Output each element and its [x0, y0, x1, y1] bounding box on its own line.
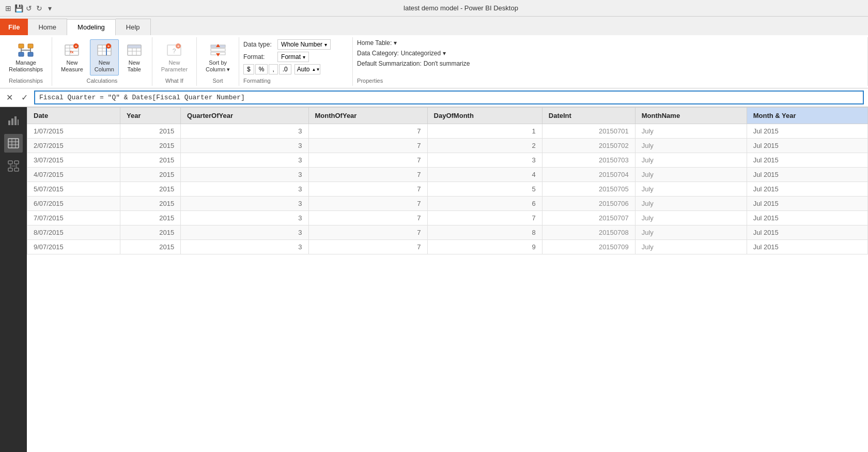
table-header-row: Date Year QuarterOfYear MonthOfYear DayO… — [27, 108, 868, 124]
col-header-quarterofyear[interactable]: QuarterOfYear — [181, 108, 308, 124]
formatting-group-label: Formatting — [243, 76, 271, 84]
col-header-date[interactable]: Date — [27, 108, 120, 124]
data-category-row: Data Category: Uncategorized ▾ — [357, 50, 863, 57]
redo-icon[interactable]: ↻ — [35, 4, 43, 12]
new-measure-button[interactable]: fx + NewMeasure — [56, 39, 88, 76]
cell-year: 2015 — [120, 182, 180, 197]
left-sidebar — [0, 107, 27, 452]
decimal-button[interactable]: .0 — [279, 64, 291, 74]
cell-monthofyear: 7 — [308, 139, 427, 153]
new-table-label: NewTable — [128, 59, 141, 73]
svg-rect-44 — [8, 161, 12, 164]
table-row: 7/07/2015201537720150707JulyJul 2015 — [27, 211, 868, 225]
cell-dateint: 20150709 — [542, 240, 635, 254]
app-icon: ⊞ — [4, 4, 12, 12]
model-view-icon[interactable] — [4, 157, 23, 175]
cell-quarterofyear: 3 — [181, 168, 308, 182]
relationships-buttons: ManageRelationships — [4, 39, 48, 76]
chevron-down-icon: ▾ — [324, 42, 327, 48]
dropdown-icon[interactable]: ▾ — [45, 4, 54, 12]
cell-dateint: 20150703 — [542, 153, 635, 168]
data-type-dropdown[interactable]: Whole Number ▾ — [277, 39, 331, 50]
svg-rect-2 — [19, 52, 24, 56]
format-row: Format: Format ▾ — [243, 52, 348, 62]
formula-cancel-button[interactable]: ✕ — [4, 92, 15, 103]
formula-confirm-button[interactable]: ✓ — [19, 92, 30, 103]
undo-icon[interactable]: ↺ — [25, 4, 33, 12]
cell-year: 2015 — [120, 225, 180, 240]
col-header-monthofyear[interactable]: MonthOfYear — [308, 108, 427, 124]
new-table-button[interactable]: NewTable — [121, 39, 148, 76]
format-buttons: $ % , .0 — [243, 64, 291, 74]
calculations-buttons: fx + NewMeasure + — [56, 39, 148, 76]
home-table-label: Home Table: — [357, 39, 392, 47]
tab-help[interactable]: Help — [116, 19, 151, 35]
cell-date: 9/07/2015 — [27, 240, 120, 254]
auto-spinner[interactable]: Auto ▲▼ — [295, 64, 320, 74]
table-row: 1/07/2015201537120150701JulyJul 2015 — [27, 124, 868, 139]
chart-view-icon[interactable] — [4, 111, 23, 130]
format-dropdown[interactable]: Format ▾ — [277, 52, 309, 62]
cell-year: 2015 — [120, 197, 180, 211]
properties-group-label: Properties — [357, 76, 383, 84]
sort-by-column-button[interactable]: Sort byColumn ▾ — [201, 39, 235, 76]
col-header-dateint[interactable]: DateInt — [542, 108, 635, 124]
ribbon: ManageRelationships Relationships fx + — [0, 35, 868, 88]
ribbon-group-properties: Home Table: ▾ Data Category: Uncategoriz… — [353, 37, 868, 86]
tab-file[interactable]: File — [0, 19, 28, 35]
ribbon-group-whatif: ? + NewParameter What If — [152, 37, 197, 86]
svg-text:?: ? — [173, 48, 176, 55]
sort-group-label: Sort — [213, 76, 223, 84]
col-header-dayofmonth[interactable]: DayOfMonth — [427, 108, 542, 124]
save-icon[interactable]: 💾 — [14, 4, 23, 12]
main-area: Date Year QuarterOfYear MonthOfYear DayO… — [0, 107, 868, 452]
cell-dayofmonth: 7 — [427, 211, 542, 225]
new-column-button[interactable]: + NewColumn — [90, 39, 119, 76]
svg-rect-46 — [8, 168, 12, 171]
formula-input[interactable] — [34, 91, 864, 104]
cell-monthyear: Jul 2015 — [747, 240, 867, 254]
data-type-row: Data type: Whole Number ▾ — [243, 39, 348, 50]
relationships-group-label: Relationships — [9, 76, 43, 84]
chevron-down-icon: ▾ — [394, 39, 397, 47]
svg-rect-31 — [211, 49, 225, 51]
window-title: latest demo model - Power BI Desktop — [58, 4, 864, 12]
cell-year: 2015 — [120, 153, 180, 168]
cell-monthofyear: 7 — [308, 197, 427, 211]
data-category-dropdown[interactable]: Uncategorized ▾ — [401, 50, 446, 57]
cell-dayofmonth: 6 — [427, 197, 542, 211]
cell-date: 8/07/2015 — [27, 225, 120, 240]
tab-modeling[interactable]: Modeling — [67, 19, 116, 36]
title-bar-controls[interactable]: ⊞ 💾 ↺ ↻ ▾ — [4, 4, 54, 12]
tab-home[interactable]: Home — [28, 19, 67, 35]
manage-relationships-icon — [18, 42, 34, 58]
table-view-icon[interactable] — [4, 134, 23, 153]
svg-rect-47 — [14, 168, 19, 171]
ribbon-group-formatting: Data type: Whole Number ▾ Format: Format… — [239, 37, 353, 86]
data-category-label: Data Category: — [357, 50, 399, 57]
home-table-dropdown[interactable]: ▾ — [394, 39, 397, 47]
cell-dayofmonth: 9 — [427, 240, 542, 254]
cell-monthyear: Jul 2015 — [747, 153, 867, 168]
currency-button[interactable]: $ — [243, 64, 254, 74]
new-parameter-button[interactable]: ? + NewParameter — [157, 39, 192, 76]
spinner-arrows-icon: ▲▼ — [312, 67, 320, 72]
manage-relationships-button[interactable]: ManageRelationships — [4, 39, 48, 76]
col-header-monthname[interactable]: MonthName — [635, 108, 747, 124]
svg-rect-0 — [19, 44, 24, 48]
cell-quarterofyear: 3 — [181, 153, 308, 168]
format-label: Format: — [243, 53, 274, 61]
col-header-year[interactable]: Year — [120, 108, 180, 124]
manage-relationships-label: ManageRelationships — [9, 59, 43, 73]
cell-monthyear: Jul 2015 — [747, 197, 867, 211]
cell-dateint: 20150701 — [542, 124, 635, 139]
col-header-monthyear[interactable]: Month & Year — [747, 108, 867, 124]
formula-bar: ✕ ✓ — [0, 88, 868, 107]
comma-button[interactable]: , — [269, 64, 277, 74]
cell-year: 2015 — [120, 139, 180, 153]
percent-button[interactable]: % — [255, 64, 268, 74]
cell-monthname: July — [635, 153, 747, 168]
cell-dayofmonth: 8 — [427, 225, 542, 240]
svg-rect-36 — [11, 118, 13, 125]
table-row: 6/07/2015201537620150706JulyJul 2015 — [27, 197, 868, 211]
